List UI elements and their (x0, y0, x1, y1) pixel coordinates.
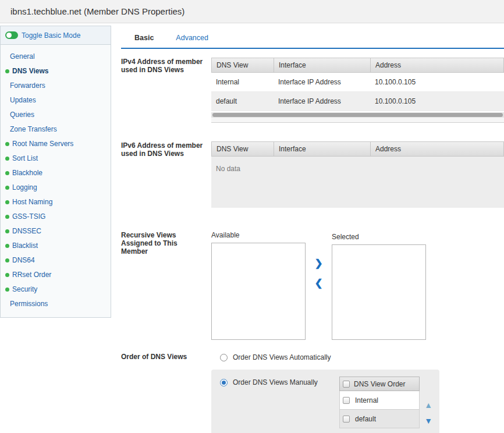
order-row-label: default (355, 415, 376, 423)
sidebar-item-updates[interactable]: Updates (1, 93, 111, 108)
cell-interface: Interface IP Address (274, 78, 370, 86)
toggle-knob (6, 33, 12, 38)
cell-address: 10.100.0.105 (370, 78, 504, 86)
table-footer (211, 118, 504, 123)
tab-advanced[interactable]: Advanced (176, 34, 208, 42)
sidebar-item-label: Updates (10, 96, 36, 105)
available-listbox[interactable] (211, 243, 306, 340)
column-header-interface[interactable]: Interface (274, 142, 371, 156)
recursive-views-content: Available ❯ ❮ Selected (211, 231, 504, 340)
row-checkbox[interactable] (343, 397, 350, 404)
ipv6-section: IPv6 Address of member used in DNS Views… (121, 141, 504, 208)
row-checkbox[interactable] (343, 416, 350, 423)
manual-order-panel: Order DNS Views Manually DNS View Order … (211, 370, 439, 433)
status-dot-icon (5, 200, 9, 204)
sidebar-item-dns64[interactable]: DNS64 (1, 253, 111, 268)
order-auto-option[interactable]: Order DNS Views Automatically (220, 353, 504, 362)
sidebar-item-permissions[interactable]: Permissions (1, 297, 111, 311)
sidebar-item-label: RRset Order (12, 271, 51, 279)
sidebar-item-gss-tsig[interactable]: GSS-TSIG (1, 210, 111, 224)
column-header-dns-view[interactable]: DNS View (212, 58, 274, 72)
sidebar-item-label: General (10, 52, 35, 61)
sidebar-item-label: Blacklist (12, 242, 38, 250)
sidebar-item-dns-views[interactable]: DNS Views (1, 64, 111, 79)
move-up-button[interactable]: ▲ (424, 401, 432, 409)
sidebar-item-label: Sort List (12, 154, 38, 163)
order-auto-label: Order DNS Views Automatically (233, 353, 331, 361)
status-dot-icon (5, 273, 9, 277)
arrow-up-icon: ▲ (424, 400, 432, 410)
order-section-label: Order of DNS Views (121, 353, 211, 433)
sidebar: Toggle Basic Mode General DNS Views Forw… (0, 26, 111, 318)
sidebar-item-blackhole[interactable]: Blackhole (1, 166, 111, 180)
sidebar-item-dnssec[interactable]: DNSSEC (1, 224, 111, 239)
column-header-address[interactable]: Address (371, 142, 503, 156)
empty-table-message: No data (211, 157, 504, 208)
select-all-checkbox[interactable] (343, 381, 350, 388)
page-title: ibns1.techblue.net (Member DNS Propertie… (10, 6, 184, 16)
sidebar-item-logging[interactable]: Logging (1, 180, 111, 195)
order-section: Order of DNS Views Order DNS Views Autom… (121, 353, 504, 433)
sidebar-item-forwarders[interactable]: Forwarders (1, 79, 111, 93)
toggle-basic-mode[interactable]: Toggle Basic Mode (1, 26, 111, 45)
status-dot-icon (5, 258, 9, 262)
order-row-internal[interactable]: Internal (339, 391, 420, 410)
sidebar-item-rrset-order[interactable]: RRset Order (1, 268, 111, 282)
radio-selected-icon[interactable] (220, 379, 228, 386)
toggle-on-icon[interactable] (5, 31, 18, 39)
sidebar-item-label: Logging (12, 183, 37, 192)
sidebar-item-blacklist[interactable]: Blacklist (1, 239, 111, 253)
status-dot-icon (5, 215, 9, 219)
order-section-content: Order DNS Views Automatically Order DNS … (211, 353, 504, 433)
ipv4-section: IPv4 Address of member used in DNS Views… (121, 58, 504, 123)
selected-listbox[interactable] (332, 244, 426, 340)
table-row[interactable]: Internal Interface IP Address 10.100.0.1… (211, 73, 504, 92)
selected-column: Selected (332, 231, 426, 340)
order-table-header-label: DNS View Order (354, 380, 405, 388)
horizontal-scrollbar[interactable] (211, 112, 504, 118)
sidebar-item-label: Zone Transfers (10, 125, 57, 134)
column-header-interface[interactable]: Interface (274, 58, 371, 72)
move-left-button[interactable]: ❮ (314, 279, 322, 288)
status-dot-icon (5, 288, 9, 292)
move-down-button[interactable]: ▼ (424, 417, 432, 425)
sidebar-item-label: Blackhole (12, 169, 42, 178)
table-row[interactable]: default Interface IP Address 10.100.0.10… (211, 92, 504, 111)
order-row-label: Internal (355, 396, 378, 404)
chevron-right-icon: ❯ (314, 258, 322, 269)
dual-listbox: Available ❯ ❮ Selected (211, 231, 504, 340)
order-row-default[interactable]: default (339, 410, 420, 428)
sidebar-item-label: Security (12, 285, 37, 294)
sidebar-item-label: GSS-TSIG (12, 212, 45, 221)
radio-unselected-icon[interactable] (220, 354, 228, 361)
sidebar-item-root-name-servers[interactable]: Root Name Servers (1, 137, 111, 151)
sidebar-item-label: DNS Views (12, 67, 48, 76)
column-header-dns-view[interactable]: DNS View (212, 142, 274, 156)
dns-view-order-table: DNS View Order Internal default (339, 377, 420, 428)
move-right-button[interactable]: ❯ (314, 259, 322, 268)
arrow-down-icon: ▼ (424, 416, 432, 425)
sidebar-item-security[interactable]: Security (1, 282, 111, 297)
status-dot-icon (5, 229, 9, 233)
order-manual-label: Order DNS Views Manually (233, 378, 318, 386)
sidebar-item-zone-transfers[interactable]: Zone Transfers (1, 122, 111, 137)
recursive-views-section: Recursive Views Assigned to This Member … (121, 231, 504, 340)
sidebar-item-queries[interactable]: Queries (1, 108, 111, 122)
sidebar-item-host-naming[interactable]: Host Naming (1, 195, 111, 210)
ipv4-section-label: IPv4 Address of member used in DNS Views (121, 58, 211, 123)
available-label: Available (211, 231, 306, 239)
sidebar-item-sort-list[interactable]: Sort List (1, 151, 111, 166)
ipv4-table-header: DNS View Interface Address (211, 58, 504, 73)
ipv6-table-header: DNS View Interface Address (211, 141, 504, 157)
main-content: Basic Advanced IPv4 Address of member us… (121, 23, 504, 433)
toggle-basic-mode-label: Toggle Basic Mode (22, 31, 80, 40)
column-header-address[interactable]: Address (371, 58, 503, 72)
sidebar-item-general[interactable]: General (1, 49, 111, 64)
tab-basic[interactable]: Basic (134, 34, 154, 42)
status-dot-icon (5, 69, 9, 73)
scrollbar-thumb[interactable] (212, 113, 503, 117)
recursive-views-label: Recursive Views Assigned to This Member (121, 231, 211, 340)
main-layout: Toggle Basic Mode General DNS Views Forw… (0, 23, 504, 433)
sidebar-item-label: Forwarders (10, 81, 45, 90)
status-dot-icon (5, 244, 9, 248)
